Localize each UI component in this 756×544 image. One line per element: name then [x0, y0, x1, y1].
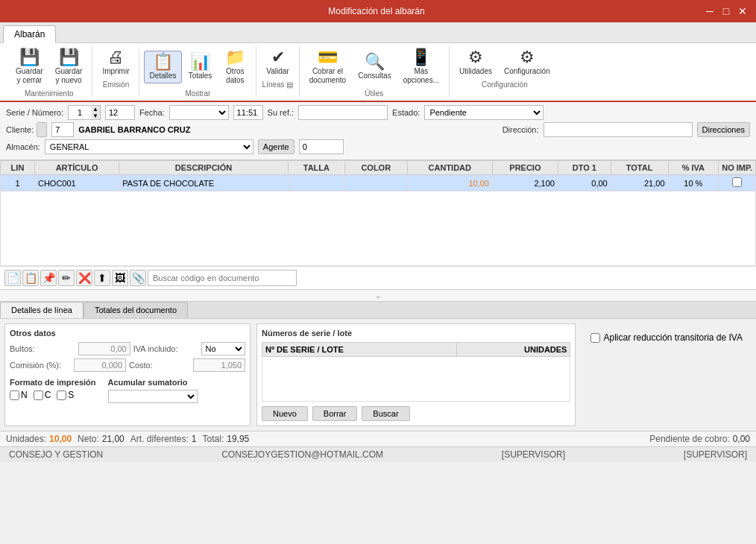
- data-table: LIN ARTÍCULO DESCRIPCIÓN TALLA COLOR CAN…: [0, 160, 756, 266]
- detalles-button[interactable]: 📋 Detalles: [144, 51, 181, 83]
- formato-c[interactable]: C: [34, 390, 51, 400]
- print-icon: 🖨: [107, 49, 124, 66]
- formato-n[interactable]: N: [10, 390, 28, 400]
- direccion-label: Dirección:: [503, 125, 539, 134]
- col-color: COLOR: [344, 161, 407, 175]
- tab-detalles-linea[interactable]: Detalles de línea: [0, 302, 84, 318]
- maximize-button[interactable]: □: [719, 4, 734, 19]
- cell-talla: [288, 175, 344, 192]
- bottom-tab-bar: Detalles de línea Totales del documento: [0, 302, 756, 319]
- cliente-name: GABRIEL BARRANCO CRUZ: [78, 125, 190, 134]
- tab-totales-documento[interactable]: Totales del documento: [84, 302, 188, 318]
- iva-incluido-select[interactable]: No Sí: [201, 342, 245, 355]
- totales-button[interactable]: 📊 Totales: [183, 51, 218, 83]
- agente-input[interactable]: [299, 139, 344, 154]
- serie-input[interactable]: [69, 106, 91, 119]
- acumular-select[interactable]: [108, 390, 198, 403]
- formato-checkboxes: N C S: [10, 390, 96, 400]
- serie-down[interactable]: ▼: [91, 113, 100, 119]
- cliente-button[interactable]: [37, 122, 47, 137]
- copy-row-button[interactable]: 📋: [22, 270, 39, 286]
- nuevo-serie-button[interactable]: Nuevo: [262, 406, 308, 421]
- edit-row-button[interactable]: ✏: [58, 270, 75, 286]
- formato-section: Formato de impresión N C S Acumular suma…: [10, 378, 245, 403]
- direccion-input[interactable]: [544, 122, 693, 137]
- serie-up[interactable]: ▲: [91, 106, 100, 113]
- col-descripcion: DESCRIPCIÓN: [119, 161, 289, 175]
- new-row-button[interactable]: 📄: [4, 270, 21, 286]
- cell-lin: 1: [1, 175, 35, 192]
- attach-button[interactable]: 📎: [130, 270, 146, 286]
- comision-input[interactable]: [74, 358, 126, 372]
- serie-spinner[interactable]: ▲ ▼: [68, 105, 101, 120]
- formato-n-cb[interactable]: [10, 390, 19, 400]
- aplicar-reduccion-checkbox[interactable]: [590, 333, 600, 343]
- save-new-icon: 💾: [59, 49, 79, 66]
- borrar-serie-button[interactable]: Borrar: [312, 406, 358, 421]
- formato-s[interactable]: S: [57, 390, 74, 400]
- search-input[interactable]: [148, 270, 297, 286]
- art-diferentes-value: 1: [192, 434, 197, 444]
- col-precio: PRECIO: [492, 161, 558, 175]
- imprimir-button[interactable]: 🖨 Imprimir: [97, 46, 134, 79]
- guardar-nuevo-button[interactable]: 💾 Guardary nuevo: [50, 46, 88, 88]
- serie-empty-row: [262, 357, 570, 402]
- cliente-label: Cliente:: [6, 125, 34, 134]
- mas-opciones-button[interactable]: 📱 Másopciones...: [398, 46, 444, 88]
- ribbon-group-mostrar: 📋 Detalles 📊 Totales 📁 Otrosdatos Mostra…: [139, 46, 256, 98]
- imprimir-label: Imprimir: [102, 67, 129, 76]
- guardar-cerrar-label: Guardary cerrar: [16, 67, 43, 85]
- image-button[interactable]: 🖼: [112, 270, 128, 286]
- cell-noimp[interactable]: [719, 175, 756, 192]
- consultas-button[interactable]: 🔍 Consultas: [353, 51, 396, 83]
- utilidades-button[interactable]: ⚙ Utilidades: [454, 46, 497, 79]
- utiles-label: Útiles: [304, 89, 444, 98]
- bultos-label: Bultos:: [10, 344, 75, 353]
- cell-total: 21,00: [611, 175, 668, 192]
- agente-button[interactable]: Agente: [258, 139, 294, 154]
- hora-input[interactable]: [233, 105, 263, 120]
- mantenimiento-label: Mantenimiento: [10, 89, 87, 98]
- total-label: Total:: [203, 434, 224, 444]
- tab-albaran[interactable]: Albarán: [3, 25, 56, 43]
- ribbon: 💾 Guardary cerrar 💾 Guardary nuevo Mante…: [0, 43, 756, 102]
- almacen-select[interactable]: GENERAL: [45, 139, 253, 154]
- comision-label: Comisión (%):: [10, 361, 71, 370]
- numeros-serie-title: Números de serie / lote: [262, 329, 570, 338]
- cobrar-button[interactable]: 💳 Cobrar eldocumento: [304, 46, 351, 88]
- col-talla: TALLA: [288, 161, 344, 175]
- cell-cantidad: 10,00: [407, 175, 492, 192]
- delete-row-button[interactable]: ❌: [76, 270, 92, 286]
- fecha-select[interactable]: [169, 105, 229, 120]
- minimize-button[interactable]: ─: [702, 4, 717, 19]
- numero-input[interactable]: [105, 105, 135, 120]
- ribbon-group-mantenimiento: 💾 Guardary cerrar 💾 Guardary nuevo Mante…: [6, 46, 92, 98]
- formato-s-cb[interactable]: [57, 390, 66, 400]
- table-row[interactable]: 1 CHOC001 PASTA DE CHOCOLATE 10,00 2,100…: [1, 175, 756, 192]
- validar-button[interactable]: ✔ Validar: [261, 46, 294, 79]
- configuracion-button[interactable]: ⚙ Configuración: [499, 46, 555, 79]
- su-ref-input[interactable]: [298, 105, 388, 120]
- validar-icon: ✔: [271, 49, 285, 66]
- serie-table: Nº DE SERIE / LOTE UNIDADES: [262, 342, 570, 402]
- bultos-input[interactable]: [78, 342, 130, 355]
- otros-datos-button[interactable]: 📁 Otrosdatos: [218, 46, 251, 88]
- otros-datos-title: Otros datos: [10, 329, 245, 338]
- costo-input[interactable]: [193, 358, 245, 372]
- buscar-serie-button[interactable]: Buscar: [362, 406, 409, 421]
- close-button[interactable]: ✕: [735, 4, 750, 19]
- bottom-content: Otros datos Bultos: IVA incluido: No Sí …: [0, 319, 756, 431]
- status-bar: Unidades: 10,00 Neto: 21,00 Art. diferen…: [0, 431, 756, 446]
- almacen-label: Almacén:: [6, 142, 40, 151]
- direcciones-button[interactable]: Direcciones: [697, 122, 750, 137]
- noimp-checkbox[interactable]: [732, 177, 742, 187]
- cliente-id-input[interactable]: [51, 122, 74, 137]
- estado-select[interactable]: Pendiente: [424, 105, 544, 120]
- guardar-cerrar-button[interactable]: 💾 Guardary cerrar: [10, 46, 48, 88]
- move-up-button[interactable]: ⬆: [94, 270, 110, 286]
- paste-row-button[interactable]: 📌: [40, 270, 57, 286]
- formato-c-cb[interactable]: [34, 390, 43, 400]
- cell-color: [344, 175, 407, 192]
- col-iva: % IVA: [668, 161, 719, 175]
- cell-descripcion: PASTA DE CHOCOLATE: [119, 175, 289, 192]
